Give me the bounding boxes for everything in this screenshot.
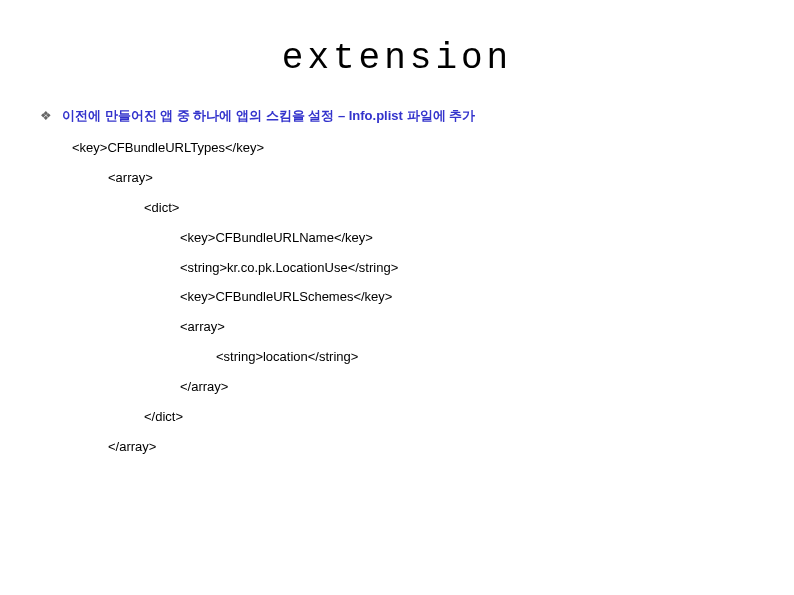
bullet-point: ❖ 이전에 만들어진 앱 중 하나에 앱의 스킴을 설정 – Info.plis… bbox=[40, 107, 794, 125]
bullet-icon: ❖ bbox=[40, 108, 52, 123]
code-line: <dict> bbox=[144, 193, 794, 223]
code-block: <key>CFBundleURLTypes</key> <array> <dic… bbox=[72, 133, 794, 462]
code-line: <key>CFBundleURLSchemes</key> bbox=[180, 282, 794, 312]
code-line: <string>location</string> bbox=[216, 342, 794, 372]
content-area: ❖ 이전에 만들어진 앱 중 하나에 앱의 스킴을 설정 – Info.plis… bbox=[40, 107, 794, 462]
code-line: <string>kr.co.pk.LocationUse</string> bbox=[180, 253, 794, 283]
bullet-text: 이전에 만들어진 앱 중 하나에 앱의 스킴을 설정 – Info.plist … bbox=[62, 107, 475, 125]
code-line: </array> bbox=[180, 372, 794, 402]
code-line: <array> bbox=[180, 312, 794, 342]
code-line: </dict> bbox=[144, 402, 794, 432]
page-title: extension bbox=[0, 38, 794, 79]
code-line: <array> bbox=[108, 163, 794, 193]
code-line: <key>CFBundleURLTypes</key> bbox=[72, 133, 794, 163]
code-line: </array> bbox=[108, 432, 794, 462]
code-line: <key>CFBundleURLName</key> bbox=[180, 223, 794, 253]
